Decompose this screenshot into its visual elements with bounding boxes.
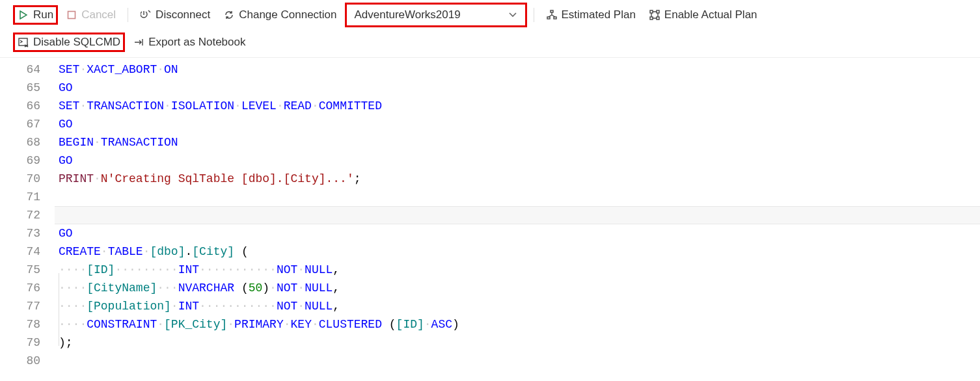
svg-line-1 xyxy=(148,10,150,12)
disconnect-label: Disconnect xyxy=(156,8,210,21)
editor-line[interactable]: 79); xyxy=(0,334,980,352)
line-number: 72 xyxy=(0,206,55,224)
code-content[interactable]: ····[ID]·········INT···········NOT·NULL, xyxy=(55,261,980,279)
editor-line[interactable]: 76····[CityName]···NVARCHAR (50)·NOT·NUL… xyxy=(0,279,980,297)
svg-rect-4 xyxy=(554,17,556,19)
line-number: 68 xyxy=(0,133,55,151)
estimated-plan-button[interactable]: Estimated Plan xyxy=(541,6,641,24)
editor-line[interactable]: 74CREATE·TABLE·[dbo].[City] ( xyxy=(0,243,980,261)
actual-plan-button[interactable]: Enable Actual Plan xyxy=(644,6,763,24)
editor-line[interactable]: 64SET·XACT_ABORT·ON xyxy=(0,60,980,79)
token: SET xyxy=(59,99,79,112)
run-label: Run xyxy=(33,8,53,21)
token: ON xyxy=(164,63,178,76)
sql-editor[interactable]: 64SET·XACT_ABORT·ON65GO66SET·TRANSACTION… xyxy=(0,58,980,370)
token: · xyxy=(312,318,319,331)
editor-line[interactable]: 75····[ID]·········INT···········NOT·NUL… xyxy=(0,261,980,279)
token: TRANSACTION xyxy=(101,136,178,149)
token: · xyxy=(79,63,87,76)
svg-rect-5 xyxy=(650,10,653,13)
token: · xyxy=(312,99,319,112)
token: ···· xyxy=(59,282,87,295)
token: NULL xyxy=(305,300,333,313)
editor-line[interactable]: 80 xyxy=(0,352,980,370)
token: ); xyxy=(59,336,73,349)
sqlcmd-icon xyxy=(18,36,29,48)
disable-sqlcmd-button[interactable]: Disable SQLCMD xyxy=(13,33,125,52)
actual-plan-label: Enable Actual Plan xyxy=(664,8,757,21)
code-content[interactable]: SET·XACT_ABORT·ON xyxy=(55,60,980,79)
code-content[interactable]: ····[Population]·INT···········NOT·NULL, xyxy=(55,297,980,315)
editor-line[interactable]: 69GO xyxy=(0,151,980,170)
token: GO xyxy=(59,81,73,94)
line-number: 70 xyxy=(0,170,55,188)
run-button[interactable]: Run xyxy=(13,5,58,25)
code-content[interactable]: PRINT·N'Creating SqlTable [dbo].[City]..… xyxy=(55,170,980,188)
code-content[interactable]: ····CONSTRAINT·[PK_City]·PRIMARY·KEY·CLU… xyxy=(55,315,980,334)
editor-line[interactable]: 68BEGIN·TRANSACTION xyxy=(0,133,980,151)
token: , xyxy=(333,263,340,276)
token: · xyxy=(79,99,87,112)
token: ASC xyxy=(431,318,452,331)
editor-line[interactable]: 72 xyxy=(0,206,980,224)
token: ( xyxy=(382,318,396,331)
line-number: 79 xyxy=(0,334,55,352)
editor-line[interactable]: 70PRINT·N'Creating SqlTable [dbo].[City]… xyxy=(0,170,980,188)
token: 50 xyxy=(249,282,263,295)
svg-rect-3 xyxy=(547,17,550,19)
code-content[interactable]: SET·TRANSACTION·ISOLATION·LEVEL·READ·COM… xyxy=(55,97,980,115)
code-content[interactable]: GO xyxy=(55,224,980,243)
token: · xyxy=(277,99,284,112)
disable-sqlcmd-label: Disable SQLCMD xyxy=(33,36,120,49)
query-toolbar: Run Cancel Disconnect Change Connection … xyxy=(0,0,980,30)
token: CLUSTERED xyxy=(319,318,382,331)
code-content[interactable]: GO xyxy=(55,115,980,133)
code-content[interactable]: CREATE·TABLE·[dbo].[City] ( xyxy=(55,243,980,261)
editor-line[interactable]: 71 xyxy=(0,188,980,206)
code-content[interactable]: BEGIN·TRANSACTION xyxy=(55,133,980,151)
token: INT xyxy=(178,300,199,313)
token: [CityName] xyxy=(87,282,157,295)
plan-grid-icon xyxy=(649,9,660,21)
cancel-button: Cancel xyxy=(61,6,121,24)
token: · xyxy=(157,63,164,76)
token: CONSTRAINT xyxy=(87,318,157,331)
cancel-label: Cancel xyxy=(81,8,116,21)
separator xyxy=(128,8,128,22)
editor-line[interactable]: 77····[Population]·INT···········NOT·NUL… xyxy=(0,297,980,315)
stop-icon xyxy=(66,9,77,21)
token: NOT xyxy=(277,263,297,276)
editor-line[interactable]: 65GO xyxy=(0,79,980,97)
database-dropdown[interactable]: AdventureWorks2019 xyxy=(345,3,527,27)
disconnect-button[interactable]: Disconnect xyxy=(135,6,215,24)
line-number: 64 xyxy=(0,60,55,79)
code-content[interactable]: ); xyxy=(55,334,980,352)
code-content[interactable]: ····[CityName]···NVARCHAR (50)·NOT·NULL, xyxy=(55,279,980,297)
token: COMMITTED xyxy=(319,99,382,112)
database-name: AdventureWorks2019 xyxy=(355,8,461,21)
export-icon xyxy=(133,36,144,48)
token: · xyxy=(269,282,277,295)
svg-rect-7 xyxy=(650,17,653,20)
export-notebook-button[interactable]: Export as Notebook xyxy=(128,33,251,51)
change-connection-button[interactable]: Change Connection xyxy=(218,6,342,24)
code-content[interactable]: GO xyxy=(55,79,980,97)
token: [ID] xyxy=(87,263,115,276)
token: · xyxy=(164,99,171,112)
token: · xyxy=(143,245,150,258)
line-number: 76 xyxy=(0,279,55,297)
svg-rect-6 xyxy=(657,10,659,13)
editor-line[interactable]: 73GO xyxy=(0,224,980,243)
token: ··········· xyxy=(199,263,277,276)
editor-line[interactable]: 78····CONSTRAINT·[PK_City]·PRIMARY·KEY·C… xyxy=(0,315,980,334)
chevron-down-icon xyxy=(508,12,517,18)
token: TRANSACTION xyxy=(87,99,164,112)
editor-line[interactable]: 66SET·TRANSACTION·ISOLATION·LEVEL·READ·C… xyxy=(0,97,980,115)
code-content[interactable]: GO xyxy=(55,151,980,170)
code-content[interactable] xyxy=(55,206,980,224)
editor-line[interactable]: 67GO xyxy=(0,115,980,133)
svg-rect-2 xyxy=(551,10,553,12)
token: GO xyxy=(59,118,73,131)
line-number: 67 xyxy=(0,115,55,133)
token: . xyxy=(185,245,192,258)
